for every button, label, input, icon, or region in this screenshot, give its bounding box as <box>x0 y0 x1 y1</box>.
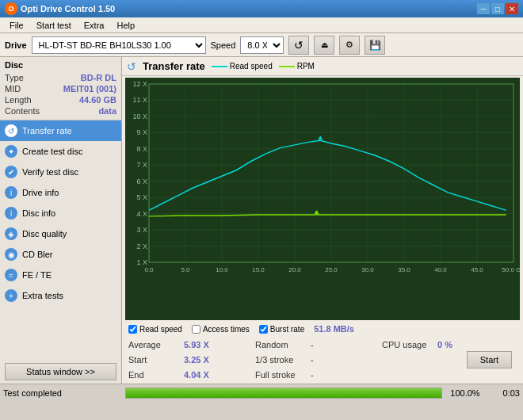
nav-transfer-rate[interactable]: ↺ Transfer rate <box>0 120 121 141</box>
disc-type-value: BD-R DL <box>81 73 116 82</box>
disc-type-row: Type BD-R DL <box>5 72 116 83</box>
nav-disc-quality[interactable]: ◈ Disc quality <box>0 223 121 244</box>
nav-discquality-label: Disc quality <box>22 229 67 239</box>
nav-extratests-label: Extra tests <box>22 291 63 300</box>
menu-start-test[interactable]: Start test <box>30 19 78 32</box>
maximize-button[interactable]: □ <box>491 3 504 14</box>
checkbox-burst-rate-input[interactable] <box>259 325 268 334</box>
chart-canvas-container <box>125 78 520 320</box>
status-window-button[interactable]: Status window >> <box>5 363 116 380</box>
start-button[interactable]: Start <box>467 351 512 368</box>
stroke13-label: 1/3 stroke <box>255 355 311 365</box>
stats-area: Average 5.93 X Random - CPU usage 0 % St… <box>122 336 523 384</box>
random-value: - <box>311 340 314 349</box>
status-time: 0:03 <box>488 388 520 398</box>
nav-fe-te[interactable]: ≈ FE / TE <box>0 265 121 285</box>
nav-transfer-icon: ↺ <box>5 124 17 137</box>
start-stat: Start 3.25 X <box>128 353 255 367</box>
nav-extratests-icon: + <box>5 289 17 302</box>
status-window-label: Status window >> <box>26 367 95 376</box>
nav-create-label: Create test disc <box>22 147 82 156</box>
nav-discquality-icon: ◈ <box>5 227 17 240</box>
status-bar: Test completed 100.0% 0:03 <box>0 384 523 401</box>
nav-fete-icon: ≈ <box>5 269 17 281</box>
cpu-value: 0 % <box>437 340 452 349</box>
chart-icon: ↺ <box>127 60 136 73</box>
progress-fill <box>126 388 441 398</box>
nav-transfer-label: Transfer rate <box>22 126 72 136</box>
status-text: Test completed <box>3 388 122 398</box>
nav-cd-bler[interactable]: ◉ CD Bler <box>0 244 121 265</box>
minimize-button[interactable]: ─ <box>477 3 490 14</box>
drive-select[interactable]: HL-DT-ST BD-RE BH10LS30 1.00 <box>32 36 206 54</box>
nav-extra-tests[interactable]: + Extra tests <box>0 285 121 306</box>
fullstroke-label: Full stroke <box>255 370 311 380</box>
menu-help[interactable]: Help <box>110 19 141 32</box>
nav-verify-test-disc[interactable]: ✔ Verify test disc <box>0 162 121 182</box>
eject-button[interactable]: ⏏ <box>314 36 334 55</box>
empty-stat <box>382 368 517 382</box>
checkbox-read-speed-label: Read speed <box>139 325 182 334</box>
nav-create-test-disc[interactable]: ✦ Create test disc <box>0 141 121 162</box>
title-bar: O Opti Drive Control 1.50 ─ □ ✕ <box>0 0 523 17</box>
drive-bar: Drive HL-DT-ST BD-RE BH10LS30 1.00 Speed… <box>0 33 523 57</box>
cpu-stat: CPU usage 0 % <box>382 338 517 352</box>
checkbox-access-times-input[interactable] <box>192 325 200 334</box>
nav-drive-info[interactable]: i Drive info <box>0 182 121 203</box>
disc-length-value: 44.60 GB <box>79 95 116 105</box>
menu-extra[interactable]: Extra <box>78 19 111 32</box>
legend-rpm-color <box>279 66 295 67</box>
nav-discinfo-icon: i <box>5 207 17 220</box>
chart-area: ↺ Transfer rate Read speed RPM Read spee… <box>122 57 523 384</box>
close-button[interactable]: ✕ <box>506 3 518 14</box>
nav-fete-label: FE / TE <box>22 270 52 280</box>
checkbox-access-times[interactable]: Access times <box>192 325 250 334</box>
start-btn-cell: Start <box>382 353 517 367</box>
chart-header: ↺ Transfer rate Read speed RPM <box>122 57 523 76</box>
fullstroke-value: - <box>311 370 314 380</box>
end-value: 4.04 X <box>184 370 209 380</box>
end-label: End <box>128 370 184 380</box>
progress-bar <box>125 388 442 399</box>
checkbox-burst-rate[interactable]: Burst rate <box>259 325 304 334</box>
start-value: 3.25 X <box>184 355 209 365</box>
disc-contents-label: Contents <box>5 106 40 116</box>
nav-disc-info[interactable]: i Disc info <box>0 203 121 223</box>
nav-create-icon: ✦ <box>5 145 17 158</box>
nav-cdbler-label: CD Bler <box>22 250 53 259</box>
drive-label: Drive <box>5 40 27 50</box>
chart-checkboxes: Read speed Access times Burst rate 51.8 … <box>122 322 523 336</box>
menu-bar: File Start test Extra Help <box>0 17 523 33</box>
disc-title: Disc <box>5 60 116 70</box>
sidebar: Disc Type BD-R DL MID MEIT01 (001) Lengt… <box>0 57 122 384</box>
menu-file[interactable]: File <box>3 19 30 32</box>
transfer-rate-chart <box>125 78 520 280</box>
nav-verify-icon: ✔ <box>5 166 17 178</box>
checkbox-read-speed-input[interactable] <box>128 325 137 334</box>
average-label: Average <box>128 340 184 349</box>
nav-discinfo-label: Disc info <box>22 208 55 218</box>
settings-button[interactable]: ⚙ <box>339 36 360 55</box>
disc-mid-value: MEIT01 (001) <box>63 84 116 94</box>
speed-label: Speed <box>211 40 236 50</box>
cpu-label: CPU usage <box>382 340 437 349</box>
chart-title: Transfer rate <box>143 60 205 72</box>
disc-type-label: Type <box>5 73 24 82</box>
legend-read-color <box>212 66 227 67</box>
nav-cdbler-icon: ◉ <box>5 248 17 261</box>
stroke13-value: - <box>311 355 314 365</box>
random-label: Random <box>255 340 311 349</box>
stroke13-stat: 1/3 stroke - <box>255 353 382 367</box>
disc-section: Disc Type BD-R DL MID MEIT01 (001) Lengt… <box>0 57 121 120</box>
checkbox-read-speed[interactable]: Read speed <box>128 325 182 334</box>
nav-verify-label: Verify test disc <box>22 167 78 177</box>
speed-select[interactable]: 8.0 X <box>240 36 284 54</box>
nav-driveinfo-label: Drive info <box>22 188 59 197</box>
average-value: 5.93 X <box>184 340 209 349</box>
app-icon: O <box>5 2 17 15</box>
legend-read-label: Read speed <box>230 62 273 71</box>
progress-pct: 100.0% <box>445 388 485 398</box>
disc-mid-label: MID <box>5 84 21 94</box>
refresh-button[interactable]: ↺ <box>288 36 309 55</box>
save-button[interactable]: 💾 <box>365 36 385 55</box>
